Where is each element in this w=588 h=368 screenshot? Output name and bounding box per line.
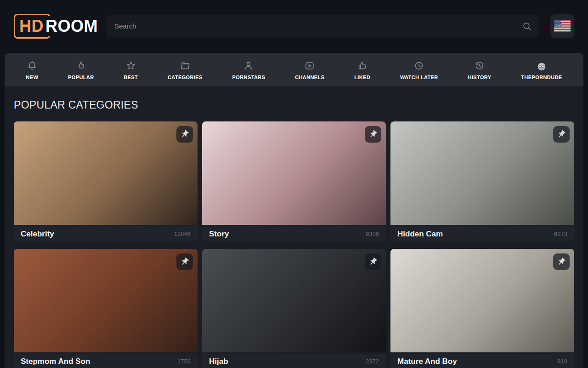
category-thumbnail[interactable]: [390, 249, 574, 352]
nav-label: PORNSTARS: [232, 75, 266, 80]
pushpin-icon: [368, 257, 378, 266]
site-logo[interactable]: HD ROOM: [14, 14, 98, 39]
main-navigation: NEW POPULAR BEST: [5, 53, 583, 86]
person-icon: [243, 59, 254, 71]
page-title: POPULAR CATEGORIES: [14, 99, 574, 111]
nav-item-channels[interactable]: CHANNELS: [291, 58, 328, 82]
pushpin-icon: [180, 257, 189, 266]
content-area: POPULAR CATEGORIES Celebrity 12846: [5, 86, 583, 368]
pushpin-icon: [557, 130, 566, 139]
pushpin-icon: [557, 257, 566, 266]
nav-item-best[interactable]: BEST: [120, 58, 141, 82]
category-card-stepmom-and-son[interactable]: Stepmom And Son 1756: [14, 249, 198, 368]
nav-item-history[interactable]: HISTORY: [464, 58, 495, 82]
us-flag-icon: [554, 20, 571, 32]
search-button[interactable]: [518, 17, 536, 35]
category-count: 2372: [366, 358, 379, 365]
category-card-story[interactable]: Story 9306: [202, 121, 386, 242]
category-thumbnail[interactable]: [14, 249, 198, 352]
nav-item-liked[interactable]: LIKED: [351, 58, 374, 82]
nav-label: HISTORY: [468, 75, 491, 80]
category-title-bar: Hijab 2372: [202, 354, 386, 368]
language-button[interactable]: [550, 14, 574, 38]
category-title-bar: Mature And Boy 819: [390, 354, 574, 368]
star-icon: [125, 59, 136, 71]
pushpin-icon: [368, 130, 378, 139]
nav-label: CHANNELS: [295, 75, 324, 80]
category-thumbnail[interactable]: [14, 121, 198, 225]
top-header: HD ROOM: [0, 0, 588, 52]
category-grid: Celebrity 12846 Story: [14, 121, 574, 368]
category-title: Hidden Cam: [397, 230, 443, 239]
flame-icon: [75, 59, 86, 71]
nav-label: BEST: [124, 75, 138, 80]
category-thumbnail[interactable]: [202, 121, 386, 225]
pin-button[interactable]: [365, 126, 381, 143]
category-title: Stepmom And Son: [21, 357, 90, 366]
category-title: Mature And Boy: [397, 357, 457, 366]
nav-item-categories[interactable]: CATEGORIES: [164, 58, 206, 82]
history-icon: [474, 59, 485, 71]
folder-icon: [180, 59, 191, 71]
category-count: 1756: [177, 358, 191, 365]
pin-button[interactable]: [365, 253, 381, 270]
bell-icon: [27, 59, 38, 71]
search-bar: [107, 15, 539, 37]
category-count: 6273: [554, 230, 567, 237]
pin-button[interactable]: [553, 253, 570, 270]
category-card-mature-and-boy[interactable]: Mature And Boy 819: [390, 249, 574, 368]
logo-room-text: ROOM: [44, 16, 98, 36]
nav-label: LIKED: [354, 75, 370, 80]
category-title: Celebrity: [21, 230, 54, 239]
category-thumbnail[interactable]: [390, 121, 574, 225]
nav-item-new[interactable]: NEW: [22, 58, 42, 82]
search-input[interactable]: [107, 15, 539, 37]
play-square-icon: [304, 59, 315, 71]
category-count: 9306: [366, 230, 379, 237]
search-icon: [521, 21, 532, 32]
pushpin-icon: [180, 130, 189, 139]
nav-label: NEW: [26, 75, 38, 80]
category-thumbnail[interactable]: [202, 249, 386, 352]
category-title-bar: Story 9306: [202, 226, 386, 242]
clock-icon: [413, 59, 424, 71]
main-panel: NEW POPULAR BEST: [5, 53, 583, 368]
category-title-bar: Stepmom And Son 1756: [14, 354, 198, 368]
theporndude-icon: [537, 59, 547, 71]
nav-item-theporndude[interactable]: THEPORNDUDE: [517, 58, 565, 82]
category-title: Hijab: [209, 357, 228, 366]
pin-button[interactable]: [176, 126, 193, 143]
nav-label: CATEGORIES: [168, 75, 203, 80]
thumbs-up-icon: [357, 59, 368, 71]
category-title: Story: [209, 230, 229, 239]
nav-item-watch-later[interactable]: WATCH LATER: [396, 58, 442, 82]
pin-button[interactable]: [176, 253, 193, 270]
nav-item-popular[interactable]: POPULAR: [64, 58, 98, 82]
category-count: 819: [557, 358, 567, 365]
nav-item-pornstars[interactable]: PORNSTARS: [229, 58, 269, 82]
category-count: 12846: [174, 230, 191, 237]
category-title-bar: Celebrity 12846: [14, 226, 198, 242]
category-title-bar: Hidden Cam 6273: [390, 226, 574, 242]
pin-button[interactable]: [553, 126, 570, 143]
nav-label: POPULAR: [68, 75, 94, 80]
category-card-hijab[interactable]: Hijab 2372: [202, 249, 386, 368]
category-card-hidden-cam[interactable]: Hidden Cam 6273: [390, 121, 574, 242]
category-card-celebrity[interactable]: Celebrity 12846: [14, 121, 198, 242]
nav-label: THEPORNDUDE: [521, 75, 562, 80]
nav-label: WATCH LATER: [400, 75, 438, 80]
